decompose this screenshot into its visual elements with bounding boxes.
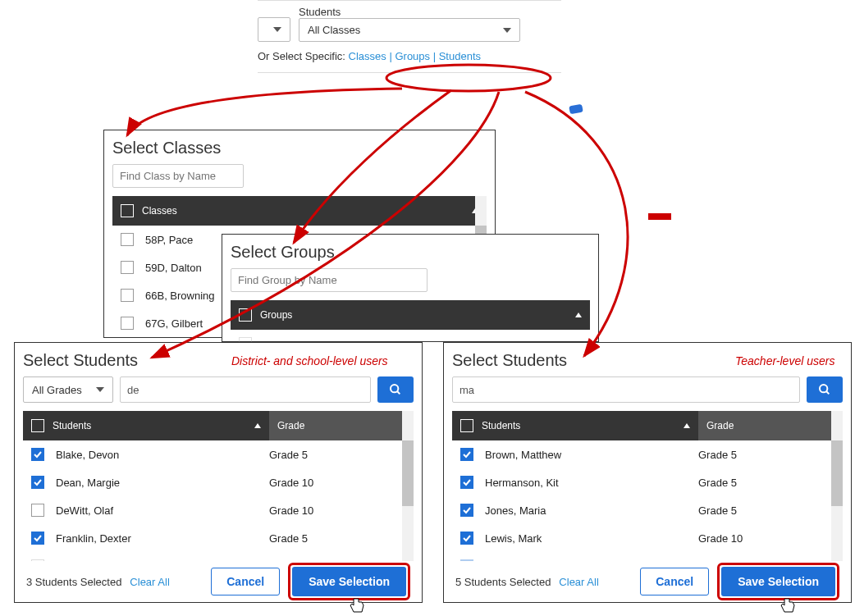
select-students-title-left: Select Students bbox=[23, 351, 138, 370]
save-selection-button-left[interactable]: Save Selection bbox=[292, 567, 406, 596]
svg-point-1 bbox=[391, 385, 398, 392]
classes-dropdown[interactable]: All Classes bbox=[299, 18, 520, 42]
student-name: Jones, Maria bbox=[485, 504, 698, 517]
class-checkbox[interactable] bbox=[121, 289, 134, 302]
student-row[interactable]: Lewis, MarkGrade 10 bbox=[452, 524, 843, 552]
select-classes-title: Select Classes bbox=[112, 139, 495, 157]
groups-table-header: Groups bbox=[231, 300, 590, 330]
student-grade: Grade 5 bbox=[698, 477, 737, 489]
link-groups[interactable]: Groups bbox=[395, 50, 430, 62]
find-class-input[interactable] bbox=[112, 164, 244, 188]
class-name: 59D, Dalton bbox=[145, 262, 202, 274]
decorative-mark bbox=[569, 104, 583, 115]
select-all-students-checkbox-right[interactable] bbox=[460, 419, 473, 432]
students-column-header-right: Students bbox=[482, 420, 520, 431]
student-grade: Grade 5 bbox=[269, 532, 308, 545]
student-search-input-right[interactable] bbox=[452, 376, 800, 403]
svg-point-3 bbox=[820, 385, 827, 392]
select-all-students-checkbox-left[interactable] bbox=[31, 419, 44, 432]
search-button-left[interactable] bbox=[377, 376, 414, 403]
svg-line-4 bbox=[826, 391, 829, 394]
student-name: Brown, Matthew bbox=[485, 449, 698, 461]
student-grade: Grade 10 bbox=[698, 532, 743, 545]
sort-icon[interactable] bbox=[684, 423, 690, 428]
classes-dropdown-value: All Classes bbox=[308, 24, 360, 36]
student-row[interactable]: Blake, DevonGrade 5 bbox=[23, 440, 414, 468]
student-grade: Grade 10 bbox=[269, 477, 313, 489]
unknown-dropdown[interactable] bbox=[258, 17, 290, 42]
student-grade: Grade 5 bbox=[698, 449, 737, 461]
students-table-header-left: Students bbox=[23, 411, 269, 440]
search-icon bbox=[389, 383, 402, 396]
grades-dropdown-value: All Grades bbox=[32, 384, 82, 396]
grade-column-header-left: Grade bbox=[269, 411, 414, 440]
student-checkbox[interactable] bbox=[460, 504, 473, 517]
student-row[interactable]: Hermanson, KitGrade 5 bbox=[452, 468, 843, 496]
select-groups-title: Select Groups bbox=[231, 243, 598, 262]
student-row[interactable]: DeWitt, OlafGrade 10 bbox=[23, 496, 414, 524]
cancel-button-left[interactable]: Cancel bbox=[211, 568, 280, 595]
class-checkbox[interactable] bbox=[121, 317, 134, 330]
save-selection-button-right[interactable]: Save Selection bbox=[721, 567, 835, 596]
selected-count-left: 3 Students Selected bbox=[26, 576, 121, 588]
select-students-district-modal: Select Students All Grades Students Grad… bbox=[14, 342, 423, 603]
students-table-header-right: Students bbox=[452, 411, 698, 440]
student-grade: Grade 10 bbox=[269, 504, 313, 517]
cancel-button-right[interactable]: Cancel bbox=[640, 568, 709, 595]
annotation-teacher: Teacher-level users bbox=[735, 354, 834, 367]
student-checkbox[interactable] bbox=[31, 448, 44, 461]
search-button-right[interactable] bbox=[807, 376, 843, 403]
class-checkbox[interactable] bbox=[121, 233, 134, 246]
student-row[interactable]: Jones, MariaGrade 5 bbox=[452, 496, 843, 524]
student-name: Franklin, Dexter bbox=[56, 532, 269, 545]
student-checkbox[interactable] bbox=[460, 448, 473, 461]
groups-column-header: Groups bbox=[260, 309, 292, 321]
class-name: 66B, Browning bbox=[145, 290, 215, 302]
find-group-input[interactable] bbox=[231, 268, 428, 292]
grade-column-header-right: Grade bbox=[698, 411, 843, 440]
select-students-teacher-modal: Select Students Students Grade Brown, Ma… bbox=[443, 342, 852, 603]
search-icon bbox=[818, 383, 831, 396]
classes-table-header: Classes bbox=[112, 196, 487, 226]
student-checkbox[interactable] bbox=[31, 476, 44, 489]
student-row[interactable]: Dean, MargieGrade 10 bbox=[23, 468, 414, 496]
class-name: 67G, Gilbert bbox=[145, 317, 203, 330]
student-checkbox[interactable] bbox=[31, 504, 44, 517]
student-name: Blake, Devon bbox=[56, 449, 269, 461]
student-name: Hermanson, Kit bbox=[485, 477, 698, 489]
student-grade: Grade 5 bbox=[698, 504, 737, 517]
classes-column-header: Classes bbox=[142, 205, 177, 217]
link-students[interactable]: Students bbox=[439, 50, 481, 62]
student-name: Lewis, Mark bbox=[485, 532, 698, 545]
grades-dropdown[interactable]: All Grades bbox=[23, 376, 113, 403]
link-classes[interactable]: Classes bbox=[349, 50, 386, 62]
or-select-label: Or Select Specific: bbox=[258, 50, 345, 62]
clear-all-left[interactable]: Clear All bbox=[130, 576, 169, 588]
student-checkbox[interactable] bbox=[460, 476, 473, 489]
student-name: Dean, Margie bbox=[56, 477, 269, 489]
sort-icon[interactable] bbox=[575, 313, 582, 317]
student-checkbox[interactable] bbox=[460, 532, 473, 545]
student-grade: Grade 5 bbox=[269, 449, 308, 461]
students-label: Students bbox=[299, 6, 561, 18]
select-all-classes-checkbox[interactable] bbox=[121, 204, 134, 217]
sort-icon[interactable] bbox=[254, 423, 261, 428]
student-name: DeWitt, Olaf bbox=[56, 504, 269, 517]
selected-count-right: 5 Students Selected bbox=[455, 576, 551, 588]
students-column-header-left: Students bbox=[53, 420, 91, 431]
annotation-district: District- and school-level users bbox=[231, 354, 388, 367]
class-name: 58P, Pace bbox=[145, 234, 193, 246]
decorative-mark-red bbox=[648, 213, 671, 220]
svg-line-2 bbox=[397, 391, 400, 394]
student-search-input-left[interactable] bbox=[120, 376, 371, 403]
select-groups-modal: Select Groups Groups bbox=[222, 234, 599, 342]
student-checkbox[interactable] bbox=[31, 532, 44, 545]
student-row[interactable]: Franklin, DexterGrade 5 bbox=[23, 524, 414, 552]
class-checkbox[interactable] bbox=[121, 261, 134, 274]
select-all-groups-checkbox[interactable] bbox=[239, 308, 252, 322]
clear-all-right[interactable]: Clear All bbox=[559, 576, 598, 588]
student-row[interactable]: Brown, MatthewGrade 5 bbox=[452, 440, 843, 468]
